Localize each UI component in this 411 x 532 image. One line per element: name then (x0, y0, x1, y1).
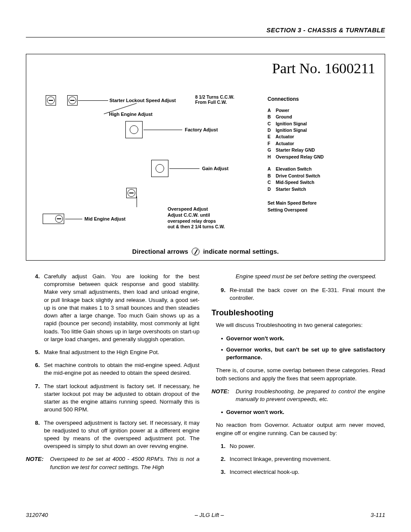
mid-engine-label: Mid Engine Adjust (84, 216, 126, 222)
gov-wont-desc: No reaction from Governor. Actuator outp… (212, 421, 385, 437)
connections-title: Connections (268, 96, 324, 103)
step-7: The start lockout adjustment is factory … (41, 383, 199, 414)
gain-adjust-label: Gain Adjust (202, 165, 228, 172)
leader-line (78, 100, 108, 101)
starter-lockout-dial-box (67, 95, 78, 106)
body-text: Carefully adjust Gain. You are looking f… (26, 273, 385, 479)
pot-icon (128, 189, 135, 197)
overspeed-label: Overspeed Adjust (168, 206, 208, 212)
section-header: SECTION 3 - CHASSIS & TURNTABLE (26, 26, 385, 37)
pot-icon (68, 96, 76, 104)
footer-left: 3120740 (26, 511, 48, 519)
leader-line (65, 219, 82, 219)
trouble-bullets: Governor won't work. Governor works, but… (212, 335, 385, 362)
page: SECTION 3 - CHASSIS & TURNTABLE Part No.… (0, 0, 411, 532)
gain-adjust-box (151, 160, 168, 177)
pot-icon (47, 96, 55, 104)
troubleshooting-heading: Troubleshooting (212, 308, 385, 318)
steps-list-left: Carefully adjust Gain. You are looking f… (26, 273, 199, 450)
note-text-2: During troubleshooting, be prepared to c… (236, 388, 385, 403)
starter-lockout-label: Starter Lockout Speed Adjust (109, 97, 176, 104)
overspeed-note-1: Adjust C.C.W. until (168, 212, 210, 218)
page-footer: 3120740 – JLG Lift – 3-111 (26, 511, 385, 519)
step-4: Carefully adjust Gain. You are looking f… (41, 273, 199, 343)
connections-list-2: A Elevation SwitchB Drive Control Switch… (268, 166, 324, 192)
gov-wont-bullet: Governor won't work. (212, 408, 385, 416)
note-text-cont: Engine speed must be set before setting … (212, 273, 385, 280)
leader-line (169, 168, 199, 169)
figure-caption: Directional arrows indicate normal setti… (26, 247, 385, 256)
step-5: Make final adjustment to the High Engine… (41, 348, 199, 356)
factory-adjust-label: Factory Adjust (185, 127, 218, 133)
diagram-figure: Part No. 1600211 Starter Lockout Speed A… (26, 54, 385, 261)
connections-list-1: A PowerB GroundC Ignition SignalD Igniti… (268, 107, 324, 160)
trouble-bullet-1: Governor won't work. (226, 335, 385, 342)
trouble-bullet-2: Governor works, but can't be set up to g… (226, 346, 385, 361)
gov-cause-3: Incorrect electrical hook-up. (227, 468, 385, 476)
trouble-overlap: There is, of course, some overlap betwee… (212, 367, 385, 382)
step-8: The overspeed adjustment is factory set.… (41, 419, 199, 451)
note-label: NOTE: (212, 388, 231, 403)
overspeed-note-3: out & then 2 1/4 turns C.W. (168, 224, 225, 230)
pot-icon (55, 215, 63, 223)
part-number: Part No. 1600211 (272, 59, 375, 79)
gov-cause-2: Incorrect linkage, preventing movement. (227, 455, 385, 463)
leader-line (143, 130, 182, 130)
note-troubleshooting: NOTE: During troubleshooting, be prepare… (212, 388, 385, 403)
leader-line (137, 196, 137, 207)
step-9: Re-install the back cover on the E-331. … (227, 286, 385, 302)
gov-wont-label: Governor won't work. (226, 408, 385, 416)
connections-block: Connections A PowerB GroundC Ignition Si… (268, 96, 324, 213)
note-text-1: Overspeed to be set at 4000 - 4500 RPM's… (50, 455, 199, 471)
gov-cause-1: No power. (227, 442, 385, 450)
set-main-2: Setting Overspeed (268, 207, 324, 213)
factory-adjust-box (125, 121, 143, 138)
directional-arrow-icon (192, 248, 199, 255)
circle-icon (130, 125, 138, 134)
footer-center: – JLG Lift – (48, 511, 371, 519)
note-overspeed: NOTE: Overspeed to be set at 4000 - 4500… (26, 455, 199, 471)
circle-icon (156, 164, 164, 173)
high-engine-label: High Engine Adjust (109, 111, 153, 118)
caption-a: Directional arrows (132, 248, 188, 255)
gov-causes-list: No power. Incorrect linkage, preventing … (212, 442, 385, 476)
starter-note-2: From Full C.W. (195, 99, 227, 105)
footer-right: 3-111 (371, 511, 385, 519)
set-main-1: Set Main Speed Before (268, 200, 324, 206)
mid-engine-box (43, 214, 64, 224)
steps-list-right: Re-install the back cover on the E-331. … (212, 286, 385, 302)
starter-lockout-dial-box (46, 95, 56, 106)
trouble-intro: We will discuss Troubleshooting in two g… (212, 321, 385, 329)
caption-b: indicate normal settings. (203, 248, 279, 255)
set-main-note: Set Main Speed Before Setting Overspeed (268, 200, 324, 213)
note-label: NOTE: (26, 455, 46, 471)
overspeed-dial-box (126, 188, 137, 198)
step-6: Set machine controls to obtain the mid-e… (41, 361, 199, 377)
